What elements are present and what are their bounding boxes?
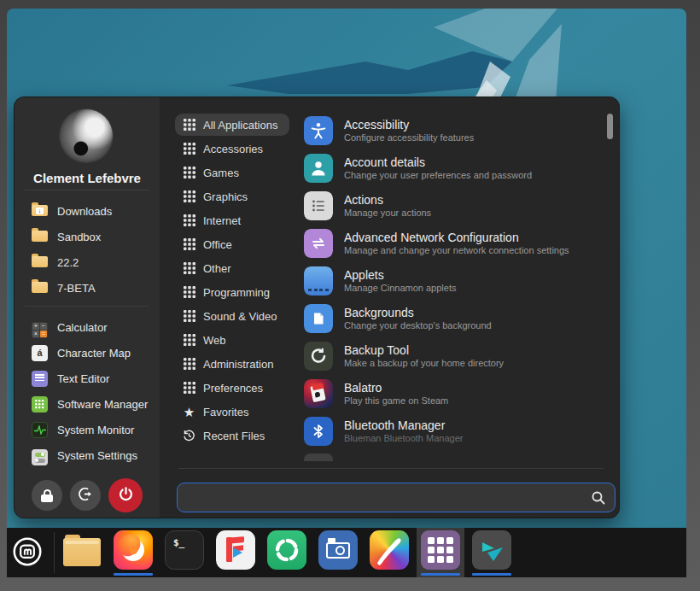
folder-icon bbox=[32, 228, 48, 245]
shortcut-item-text-editor[interactable]: Text Editor bbox=[15, 366, 160, 391]
shortcut-item-character-map[interactable]: á Character Map bbox=[15, 340, 160, 366]
taskbar-launcher-firefox[interactable] bbox=[109, 528, 157, 577]
session-button-shutdown[interactable] bbox=[108, 478, 143, 512]
search-bar[interactable] bbox=[177, 483, 615, 512]
software-manager-icon bbox=[32, 396, 48, 413]
terminal-icon: $_ bbox=[165, 530, 204, 570]
app-item-account-details[interactable]: Account details Change your user prefere… bbox=[304, 149, 621, 187]
cinnamon-menu: Clement Lefebvre ↓ Downloads Sandbox 22.… bbox=[14, 97, 620, 518]
system-monitor-icon bbox=[32, 422, 48, 438]
backgrounds-icon bbox=[304, 304, 333, 333]
taskbar-launcher-terminal[interactable]: $_ bbox=[160, 528, 208, 577]
desktop[interactable]: Clement Lefebvre ↓ Downloads Sandbox 22.… bbox=[7, 9, 686, 577]
scrollbar-thumb[interactable] bbox=[607, 114, 613, 139]
grid-icon bbox=[183, 238, 195, 250]
balatro-icon bbox=[304, 379, 333, 408]
place-item-downloads[interactable]: ↓ Downloads bbox=[15, 198, 160, 224]
folder-icon bbox=[32, 254, 48, 271]
character-map-icon: á bbox=[32, 344, 48, 361]
place-item-22-2[interactable]: 22.2 bbox=[15, 249, 160, 275]
accessibility-icon bbox=[304, 116, 333, 145]
category-item-recent-files[interactable]: Recent Files bbox=[175, 424, 277, 447]
category-item-web[interactable]: Web bbox=[175, 329, 238, 351]
app-item-backgrounds[interactable]: Backgrounds Change your desktop's backgr… bbox=[304, 300, 621, 337]
grid-icon bbox=[183, 262, 195, 274]
app-grid-icon bbox=[421, 530, 460, 570]
category-item-preferences[interactable]: Preferences bbox=[175, 377, 275, 399]
text-editor-icon bbox=[32, 371, 48, 387]
grid-icon bbox=[183, 190, 195, 202]
folder-download-icon: ↓ bbox=[32, 202, 48, 219]
category-item-accessories[interactable]: Accessories bbox=[175, 138, 275, 160]
grid-icon bbox=[183, 286, 195, 298]
calculator-icon: +−×= bbox=[32, 316, 48, 338]
grid-icon bbox=[183, 382, 195, 394]
category-item-favorites[interactable]: ★ Favorites bbox=[175, 401, 260, 423]
files-icon bbox=[62, 530, 102, 570]
taskbar-launcher-app-grid[interactable] bbox=[417, 528, 464, 577]
category-item-games[interactable]: Games bbox=[175, 161, 251, 184]
category-item-office[interactable]: Office bbox=[175, 233, 244, 255]
menu-button[interactable] bbox=[9, 535, 45, 571]
taskbar-panel: $_ bbox=[7, 528, 686, 577]
shortcuts-list: +−×= Calculator á Character Map Text Edi… bbox=[15, 314, 160, 468]
app-item-advanced-network-configuration[interactable]: Advanced Network Configuration Manage an… bbox=[304, 225, 621, 262]
category-list: All Applications Accessories Games Graph… bbox=[175, 114, 289, 448]
account-icon bbox=[304, 154, 333, 183]
shortcut-item-calculator[interactable]: +−×= Calculator bbox=[15, 314, 160, 340]
category-item-programming[interactable]: Programming bbox=[175, 281, 282, 303]
category-item-internet[interactable]: Internet bbox=[175, 209, 253, 231]
folder-icon bbox=[32, 279, 48, 296]
lock-icon bbox=[41, 489, 53, 502]
launcher-list: $_ bbox=[58, 528, 516, 577]
taskbar-launcher-paint-app[interactable] bbox=[365, 528, 413, 577]
place-item-sandbox[interactable]: Sandbox bbox=[15, 224, 160, 249]
places-list: ↓ Downloads Sandbox 22.2 7-BETA bbox=[15, 198, 160, 301]
session-button-logout[interactable] bbox=[70, 480, 101, 511]
shortcut-item-system-settings[interactable]: System Settings bbox=[15, 442, 160, 468]
logout-icon bbox=[78, 486, 94, 505]
category-item-all-applications[interactable]: All Applications bbox=[175, 114, 289, 136]
sync-icon bbox=[267, 530, 306, 570]
grid-icon bbox=[183, 334, 195, 346]
category-item-other[interactable]: Other bbox=[175, 257, 243, 279]
recent-icon bbox=[183, 429, 195, 442]
grid-icon bbox=[183, 119, 195, 131]
taskbar-launcher-freetube[interactable] bbox=[212, 528, 260, 577]
taskbar-launcher-sync-app[interactable] bbox=[263, 528, 311, 577]
place-item-7-beta[interactable]: 7-BETA bbox=[15, 275, 160, 301]
firefox-icon bbox=[114, 530, 153, 570]
star-icon: ★ bbox=[183, 406, 195, 418]
grid-icon bbox=[183, 310, 195, 322]
app-item-partial[interactable] bbox=[304, 453, 333, 461]
category-item-administration[interactable]: Administration bbox=[175, 353, 285, 375]
divider bbox=[25, 190, 149, 190]
network-icon bbox=[304, 229, 333, 258]
app-item-bluetooth-manager[interactable]: Bluetooth Manager Blueman Bluetooth Mana… bbox=[304, 413, 621, 450]
screen: Clement Lefebvre ↓ Downloads Sandbox 22.… bbox=[0, 0, 700, 591]
category-item-sound-video[interactable]: Sound & Video bbox=[175, 305, 289, 327]
app-item-backup-tool[interactable]: Backup Tool Make a backup of your home d… bbox=[304, 337, 621, 375]
camera-icon bbox=[318, 530, 358, 570]
taskbar-launcher-warpinator[interactable] bbox=[468, 528, 516, 577]
grid-icon bbox=[183, 167, 195, 178]
shortcut-item-software-manager[interactable]: Software Manager bbox=[15, 391, 160, 417]
category-item-graphics[interactable]: Graphics bbox=[175, 185, 260, 208]
paint-icon bbox=[370, 530, 409, 570]
search-input[interactable] bbox=[188, 490, 591, 506]
app-item-applets[interactable]: Applets Manage Cinnamon applets bbox=[304, 262, 621, 300]
shortcut-item-system-monitor[interactable]: System Monitor bbox=[15, 417, 160, 442]
grid-icon bbox=[183, 143, 195, 155]
user-avatar[interactable] bbox=[60, 109, 113, 162]
panel-separator bbox=[54, 532, 55, 573]
search-icon bbox=[591, 490, 606, 506]
session-button-lock-screen[interactable] bbox=[32, 480, 62, 511]
grid-icon bbox=[183, 358, 195, 370]
app-item-balatro[interactable]: Balatro Play this game on Steam bbox=[304, 375, 621, 413]
app-item-accessibility[interactable]: Accessibility Configure accessibility fe… bbox=[304, 112, 621, 149]
taskbar-launcher-camera-app[interactable] bbox=[314, 528, 362, 577]
app-item-actions[interactable]: Actions Manage your actions bbox=[304, 187, 621, 225]
taskbar-launcher-files[interactable] bbox=[58, 528, 106, 577]
freetube-icon bbox=[216, 530, 255, 570]
user-name: Clement Lefebvre bbox=[15, 171, 160, 185]
